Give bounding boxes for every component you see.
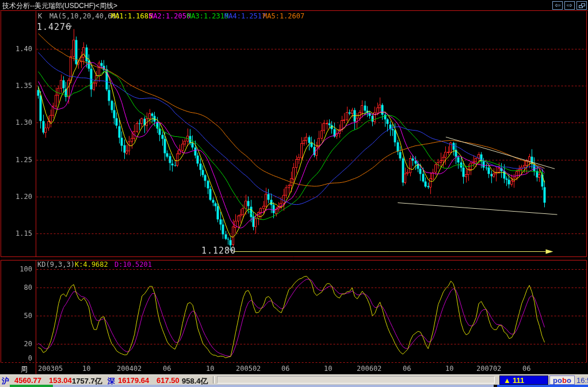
x-axis-tick: 06	[522, 365, 530, 373]
clock: 16:54	[576, 376, 588, 385]
kd-axis-label: 80	[0, 283, 32, 292]
status-separator	[213, 376, 215, 384]
ma4-value: MA4:1.2517	[224, 12, 266, 20]
chart-canvas[interactable]	[0, 0, 588, 387]
ma3-value: MA3:1.2319	[187, 12, 228, 20]
alert-count: 111	[513, 376, 524, 385]
brand-text: po	[553, 376, 562, 385]
k-period-label: K	[38, 12, 42, 20]
back-button[interactable]: ⇦	[552, 1, 563, 10]
price-axis-label: 1.40	[0, 45, 32, 53]
x-axis-tick: 06	[163, 365, 171, 373]
ma1-value: MA1:1.1685	[111, 12, 152, 20]
kd-axis-label: 0	[0, 354, 32, 362]
price-axis-label: 1.35	[0, 82, 32, 90]
restore-icon	[577, 2, 586, 9]
price-axis-label: 1.20	[0, 193, 32, 201]
arrow-right-icon: ⇨	[567, 1, 572, 9]
x-axis-tick: 200502	[236, 365, 261, 373]
strip-segment	[497, 385, 588, 387]
strip-segment	[0, 385, 10, 387]
kd-axis-label: 20	[0, 340, 32, 348]
ma5-value: MA5:1.2607	[263, 12, 304, 20]
brand-text: b	[562, 376, 567, 385]
x-axis-tick: 06	[281, 365, 289, 373]
bottom-strip	[0, 385, 588, 387]
x-axis-tick: 10	[206, 365, 214, 373]
status-bar: 沪 4560.77 153.04 1757.7亿 深 16179.64 617.…	[0, 374, 588, 385]
x-axis-tick: 200602	[357, 365, 381, 373]
high-annotation: 1.4276	[37, 22, 71, 32]
kd-params-label: KD(9,3,3)	[37, 260, 75, 269]
kd-axis-label: 50	[0, 312, 32, 320]
restore-button[interactable]	[576, 1, 587, 10]
title-bar: 技术分析--美元瑞郎(USDCHF)<周线> ⇦ ⇨	[0, 0, 588, 10]
x-axis-tick: 200702	[476, 365, 501, 373]
alert-badge[interactable]: ▲ 111	[499, 375, 548, 385]
pobo-logo[interactable]: pobo	[549, 375, 575, 385]
kd-k-value: K:4.9682	[75, 260, 108, 269]
app-window: 技术分析--美元瑞郎(USDCHF)<周线> ⇦ ⇨ K MA(5,10,20,…	[0, 0, 588, 387]
price-axis-label: 1.30	[0, 118, 32, 127]
forward-button[interactable]: ⇨	[564, 1, 575, 10]
shenzhen-index: 16179.64	[118, 376, 149, 385]
x-axis-tick: 10	[445, 365, 453, 373]
triangle-up-icon: ▲	[503, 376, 511, 385]
x-axis-tick: 200305	[38, 365, 63, 373]
shanghai-index: 4560.77	[14, 376, 41, 385]
x-axis-tick: 06	[403, 365, 411, 373]
price-axis-label: 1.25	[0, 156, 32, 164]
price-axis-label: 1.15	[0, 229, 32, 237]
x-axis-tick: 10	[324, 365, 332, 373]
shanghai-change: 153.04	[49, 376, 72, 385]
x-axis-tick: 200402	[117, 365, 142, 373]
arrow-left-icon: ⇦	[555, 1, 560, 9]
low-annotation: 1.1280	[201, 246, 236, 256]
window-title: 技术分析--美元瑞郎(USDCHF)<周线>	[2, 1, 117, 11]
status-inset-panel	[217, 376, 495, 384]
shenzhen-change: 617.50	[156, 376, 180, 385]
strip-segment	[10, 385, 53, 387]
ma2-value: MA2:1.2050	[149, 12, 190, 20]
kd-axis-label: 100	[0, 265, 32, 273]
brand-text: o	[567, 376, 571, 385]
kd-d-value: D:10.5201	[114, 260, 152, 269]
ma-params-label: MA(5,10,20,40,60)	[49, 12, 120, 20]
x-axis-tick: 10	[82, 365, 90, 373]
